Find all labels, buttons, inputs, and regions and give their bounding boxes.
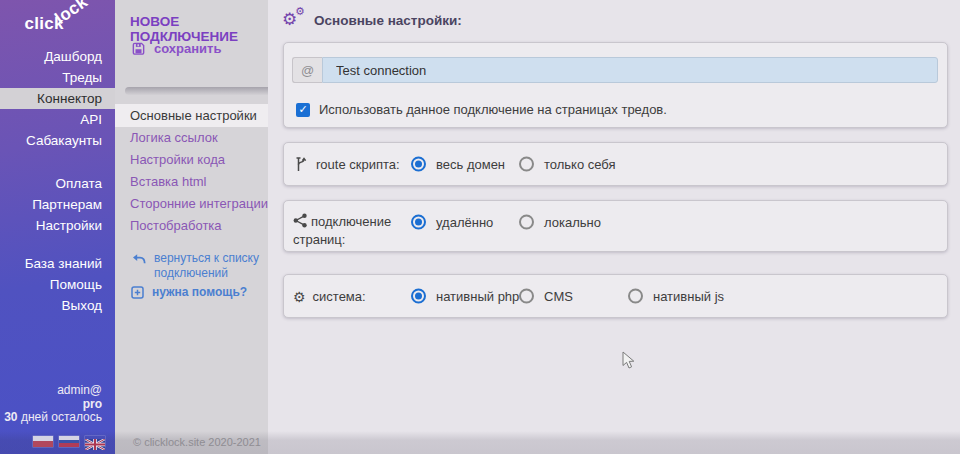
need-help-link[interactable]: нужна помощь?: [131, 285, 247, 299]
connection-panel: НОВОЕ ПОДКЛЮЧЕНИЕ сохранить Основные нас…: [115, 0, 268, 454]
account-days-left: 30 дней осталось: [4, 411, 102, 425]
sidebar: clicklock Дашборд Треды Коннектор API Са…: [0, 0, 115, 454]
account-plan: pro: [4, 398, 102, 412]
radio-label: CMS: [544, 289, 573, 304]
use-on-thread-pages-checkbox-row[interactable]: Использовать данное подключение на стран…: [296, 102, 667, 117]
system-label-group: ⚙ система:: [293, 289, 366, 304]
radio-label: удалённо: [436, 215, 493, 230]
page-connection-label-group: подключение страниц:: [293, 213, 395, 249]
radio-unselected-icon[interactable]: [628, 289, 643, 304]
system-card: ⚙ система: нативный php CMS нативный js: [283, 274, 948, 318]
help-link-label: нужна помощь?: [152, 285, 247, 299]
sidebar-item-help[interactable]: Помощь: [0, 274, 115, 295]
radio-label: локально: [544, 215, 601, 230]
radio-selected-icon[interactable]: [411, 157, 426, 172]
menu-item-html-insert[interactable]: Вставка html: [115, 171, 268, 193]
poland-flag-icon[interactable]: [33, 436, 53, 447]
menu-item-basic-settings[interactable]: Основные настройки: [115, 104, 268, 127]
radio-unselected-icon[interactable]: [519, 215, 534, 230]
script-route-card: route скрипта: весь домен только себя: [283, 142, 948, 186]
at-sign-icon: @: [292, 57, 322, 83]
account-email: admin@: [4, 384, 102, 398]
copyright-footer: © clicklock.site 2020-2021: [133, 436, 261, 448]
sidebar-item-knowledge-base[interactable]: База знаний: [0, 253, 115, 274]
radio-unselected-icon[interactable]: [519, 289, 534, 304]
main-content: ⚙⚙ Основные настройки: @ Использовать да…: [268, 0, 960, 454]
radio-option-whole-domain[interactable]: весь домен: [411, 157, 505, 172]
main-header: ⚙⚙ Основные настройки:: [282, 10, 462, 30]
sidebar-item-partners[interactable]: Партнерам: [0, 194, 115, 215]
system-label: система:: [313, 289, 366, 304]
radio-label: нативный php: [436, 289, 519, 304]
checkbox-checked-icon[interactable]: [296, 103, 310, 117]
page-title: Основные настройки:: [314, 13, 462, 28]
russia-flag-icon[interactable]: [59, 436, 79, 447]
undo-arrow-icon: [131, 253, 146, 265]
sidebar-item-api[interactable]: API: [0, 109, 115, 130]
menu-item-third-party-integrations[interactable]: Сторонние интеграции: [115, 193, 268, 215]
sidebar-item-threads[interactable]: Треды: [0, 67, 115, 88]
menu-item-code-settings[interactable]: Настройки кода: [115, 149, 268, 171]
connection-name-card: @ Использовать данное подключение на стр…: [283, 42, 948, 128]
script-route-label-group: route скрипта:: [293, 155, 400, 173]
radio-selected-icon[interactable]: [411, 215, 426, 230]
radio-option-cms[interactable]: CMS: [519, 289, 573, 304]
language-switcher: [33, 436, 105, 447]
sidebar-item-subaccounts[interactable]: Сабакаунты: [0, 130, 115, 151]
connection-settings-menu: Основные настройки Логика ссылок Настрой…: [115, 104, 268, 237]
connection-name-input[interactable]: [322, 57, 938, 83]
radio-option-local[interactable]: локально: [519, 215, 601, 230]
script-route-label: route скрипта:: [316, 157, 400, 172]
panel-title: НОВОЕ ПОДКЛЮЧЕНИЕ: [130, 14, 268, 44]
radio-label: весь домен: [436, 157, 505, 172]
save-button[interactable]: сохранить: [131, 41, 221, 56]
system-gear-icon: ⚙: [293, 289, 306, 303]
radio-label: только себя: [544, 157, 616, 172]
radio-unselected-icon[interactable]: [519, 157, 534, 172]
radio-option-remote[interactable]: удалённо: [411, 215, 493, 230]
back-link-label: вернуться к списку подключений: [154, 251, 259, 281]
save-floppy-icon: [131, 41, 146, 56]
save-button-label: сохранить: [154, 41, 221, 56]
radio-option-native-php[interactable]: нативный php: [411, 289, 519, 304]
connection-name-row: @: [292, 57, 938, 83]
sidebar-item-connector[interactable]: Коннектор: [0, 88, 115, 109]
radio-label: нативный js: [653, 289, 724, 304]
share-icon: [293, 213, 307, 228]
panel-divider-shadow: [125, 87, 268, 95]
radio-option-only-self[interactable]: только себя: [519, 157, 616, 172]
checkbox-label: Использовать данное подключение на стран…: [319, 102, 667, 117]
account-info: admin@ pro 30 дней осталось: [4, 384, 102, 425]
sidebar-item-logout[interactable]: Выход: [0, 295, 115, 316]
menu-item-link-logic[interactable]: Логика ссылок: [115, 127, 268, 149]
sidebar-item-dashboard[interactable]: Дашборд: [0, 46, 115, 67]
settings-gears-icon: ⚙⚙: [282, 10, 306, 30]
menu-item-postprocessing[interactable]: Постобработка: [115, 215, 268, 237]
page-connection-card: подключение страниц: удалённо локально: [283, 200, 948, 252]
sidebar-nav: Дашборд Треды Коннектор API Сабакаунты О…: [0, 46, 115, 316]
radio-selected-icon[interactable]: [411, 289, 426, 304]
clicklock-logo[interactable]: clicklock: [24, 14, 99, 34]
uk-flag-icon[interactable]: [85, 436, 105, 447]
radio-option-native-js[interactable]: нативный js: [628, 289, 724, 304]
route-icon: [293, 155, 309, 173]
back-to-connections-link[interactable]: вернуться к списку подключений: [131, 251, 259, 281]
sidebar-item-payment[interactable]: Оплата: [0, 173, 115, 194]
page-connection-label: подключение страниц:: [293, 214, 391, 247]
sidebar-item-settings[interactable]: Настройки: [0, 215, 115, 236]
add-square-icon: [131, 286, 144, 299]
